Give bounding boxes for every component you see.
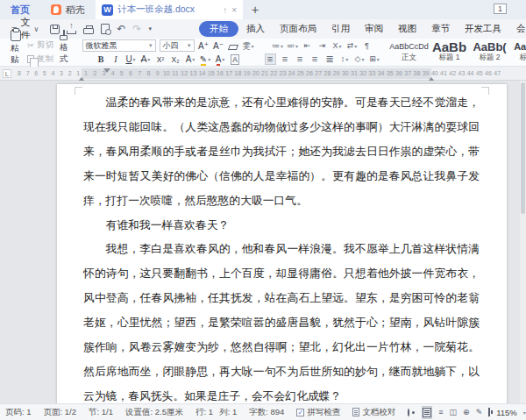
view-web-button[interactable]: ⊕ [463,407,470,417]
undo-icon[interactable]: ↶ [117,23,125,35]
print-icon[interactable] [83,28,94,34]
tab-page-layout[interactable]: 页面布局 [273,22,323,36]
superscript-button[interactable]: X² [155,53,167,65]
text-line[interactable]: 老妪，心里忧然；望西，是繁荣喧嚣的盛唐昌貌，犹然于心；望南，风钻叶隙簇 [83,310,480,335]
document-page[interactable]: 温柔的春风带来的是凉意，还有心里难得的安静。可是春天已经不觉溜走， 现在我只能回… [57,84,507,403]
justify-button[interactable]: ≡ [309,53,321,65]
outdent-button[interactable]: ⇤ [302,40,313,52]
grow-font-button[interactable]: A⁺ [198,40,210,52]
shrink-font-button[interactable]: A⁻ [213,40,224,52]
status-margin-setting[interactable]: 设置值: 2.5厘米 [125,407,183,418]
char-shading-button[interactable]: A [230,53,241,65]
text-line[interactable]: 有谁和我一样喜欢春天？ [83,213,480,238]
doc-proof-button[interactable]: 文档校对 [352,407,395,418]
borders-button[interactable]: ⊞▾ [369,53,380,65]
page-view-icon [423,408,431,417]
style-normal[interactable]: AaBbCcDd 正文 [389,39,430,66]
distribute-button[interactable]: ≣ [324,53,336,65]
status-word-count[interactable]: 字数: 894 [249,407,284,418]
text-line[interactable]: 云为镜，春风抚头。如果是庄子，会不会幻化成蝶？ [83,384,480,403]
tab-review[interactable]: 审阅 [358,22,390,36]
numbering-button[interactable]: ≕▾ [287,40,298,52]
bold-button[interactable]: B [96,53,107,65]
font-color-button[interactable]: A▾ [215,53,226,65]
asian-layout-button[interactable]: X▾ [331,40,343,52]
document-text[interactable]: 温柔的春风带来的是凉意，还有心里难得的安静。可是春天已经不觉溜走， 现在我只能回… [83,90,480,403]
paragraph-mark-button[interactable]: ¶ [361,40,373,52]
align-left-button[interactable]: ≡ [265,53,276,65]
line-spacing-button[interactable]: ↕▾ [339,53,351,65]
notification-badge[interactable]: 1 [494,4,507,14]
text-line[interactable]: 然后席地而坐，闭眼静思，再大咏一句不为后世所知的妙句，继而就地躺下，以 [83,359,480,384]
spell-check-toggle[interactable]: ✓ 拼写检查 [296,407,340,418]
text-line[interactable]: 簇作响，风卷云雾嬗变为纱，悠然自得啊；望北，幻化出一片竹林，一院菊花。 [83,335,480,359]
shading-button[interactable]: ◇▾ [354,53,366,65]
text-line[interactable]: 来，春风用柔顺的手或者是丝巾为我拭汗；她还为我滤去日日作祟的虚荣心，带 [83,139,480,164]
view-read-button[interactable]: ◫ [450,407,458,417]
pinyin-guide-button[interactable]: 雯▾ [243,40,254,52]
scrollbar-thumb[interactable] [521,82,525,214]
eye-protect-icon[interactable] [408,409,409,416]
copy-button[interactable]: 复制 [27,53,53,65]
status-section[interactable]: 节: 1/1 [89,407,113,418]
chevron-down-icon: ∨ [33,25,39,33]
text-line[interactable]: 现在我只能回味。（人类这愚蠢的动物做过多少这样的事啊）大汗淋漓的耍球回 [83,115,480,139]
text-effects-button[interactable]: A▾ [185,53,196,65]
tab-member[interactable]: 会员专享 [509,22,526,36]
clear-format-button[interactable] [228,40,239,52]
fit-page-icon[interactable] [488,408,490,416]
tab-references[interactable]: 引用 [324,22,357,36]
cut-button[interactable]: ✂ 剪切 [27,39,53,51]
status-column[interactable]: 列: 1 [219,407,237,418]
text-line[interactable]: 我想，李白是喜欢春风的，他和春风一样浪漫。我不愿举上几首这样状情满 [83,237,480,261]
align-center-button[interactable]: ≡ [280,53,291,65]
redo-icon[interactable]: ↷ [132,23,141,35]
text-line[interactable]: 痒，打打一次喷嚏，然后憨憨的大吸一口气。 [83,189,480,213]
text-line[interactable]: 风中登高，任春风拂袖，任其抚发，站在高石上望远。望东，是穷困可怜的老翁 [83,286,480,310]
highlight-button[interactable]: ✎▾ [200,53,211,65]
tab-start[interactable]: 开始 [199,21,238,37]
checkbox-icon: ✓ [296,409,304,416]
view-page-button[interactable] [422,406,432,419]
tab-dev-tools[interactable]: 开发工具 [458,22,508,36]
status-pages[interactable]: 页面: 1/2 [44,407,77,418]
vertical-scrollbar[interactable] [520,81,526,403]
bullets-button[interactable]: ≔▾ [272,40,283,52]
style-heading1[interactable]: AaBb 标题 1 [430,39,470,66]
more-icon[interactable]: ▾ [148,25,152,32]
underline-button[interactable]: U▾ [125,53,137,65]
docer-icon [51,4,61,15]
tab-docer[interactable]: 稻壳 [40,0,96,19]
tab-section[interactable]: 章节 [424,22,457,36]
italic-button[interactable]: I [110,53,122,65]
style-heading2[interactable]: AaBb( 标题 2 [470,39,510,66]
tab-view[interactable]: 视图 [391,22,423,36]
new-tab-button[interactable]: + [252,3,259,17]
style-heading3[interactable]: AaBbC 标题 3 [510,39,526,66]
print-preview-icon[interactable] [101,24,110,34]
font-size-select[interactable]: 小四▾ [160,39,195,52]
subscript-button[interactable]: X₂ [170,53,181,65]
ruler[interactable]: L 87654321123456789101112131415161718192… [0,67,526,81]
tab-up-icon[interactable]: ↑ [223,5,227,15]
status-page-number[interactable]: 页码: 1 [5,407,32,418]
font-name-select[interactable]: 微软雅黑▾ [82,39,156,52]
indent-button[interactable]: ⇥ [316,40,328,52]
zoom-dd-icon[interactable]: ▾ [523,409,526,416]
text-line[interactable]: 来一时短暂又美好的佛心（信佛的人是幸福的）。更有趣的是春风总让我鼻子发 [83,164,480,189]
strikethrough-button[interactable]: A▾ [140,53,152,65]
view-write-button[interactable]: ✎ [476,407,483,417]
tab-stop-selector[interactable]: L [3,69,11,78]
view-outline-button[interactable]: ≡ [438,407,443,417]
text-line[interactable]: 怀的诗句，这只要翻翻书，上个百度，却显得庸俗。只想着他外披一件宽布衣， [83,261,480,286]
status-line[interactable]: 行: 1 [195,407,213,418]
eraser-icon [228,45,238,50]
align-right-button[interactable]: ≡ [295,53,306,65]
tab-insert[interactable]: 插入 [239,22,272,36]
document-area[interactable]: 温柔的春风带来的是凉意，还有心里难得的安静。可是春天已经不觉溜走， 现在我只能回… [0,81,526,403]
zoom-level[interactable]: 115% [496,408,517,417]
swap-button[interactable]: ⇄▾ [346,40,358,52]
tab-close-icon[interactable]: × [231,5,237,15]
text-line[interactable]: 温柔的春风带来的是凉意，还有心里难得的安静。可是春天已经不觉溜走， [83,90,480,115]
tab-document[interactable]: W 计本一班余越.docx ↑ × [96,0,243,19]
